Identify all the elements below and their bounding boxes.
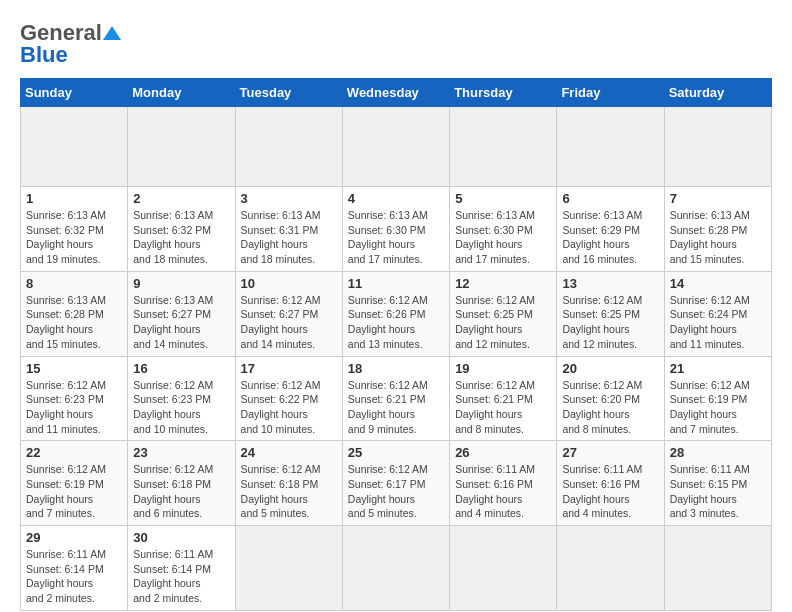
day-number: 29 [26, 530, 122, 545]
day-number: 28 [670, 445, 766, 460]
column-header-thursday: Thursday [450, 79, 557, 107]
calendar-cell: 22 Sunrise: 6:12 AM Sunset: 6:19 PM Dayl… [21, 441, 128, 526]
day-info: Sunrise: 6:13 AM Sunset: 6:30 PM Dayligh… [348, 209, 428, 265]
day-number: 3 [241, 191, 337, 206]
day-number: 19 [455, 361, 551, 376]
day-number: 6 [562, 191, 658, 206]
calendar-cell: 24 Sunrise: 6:12 AM Sunset: 6:18 PM Dayl… [235, 441, 342, 526]
day-info: Sunrise: 6:12 AM Sunset: 6:25 PM Dayligh… [455, 294, 535, 350]
column-header-friday: Friday [557, 79, 664, 107]
calendar-cell [235, 526, 342, 611]
day-info: Sunrise: 6:13 AM Sunset: 6:32 PM Dayligh… [133, 209, 213, 265]
column-header-saturday: Saturday [664, 79, 771, 107]
day-number: 11 [348, 276, 444, 291]
calendar-cell: 23 Sunrise: 6:12 AM Sunset: 6:18 PM Dayl… [128, 441, 235, 526]
day-number: 1 [26, 191, 122, 206]
calendar-week-4: 22 Sunrise: 6:12 AM Sunset: 6:19 PM Dayl… [21, 441, 772, 526]
day-info: Sunrise: 6:12 AM Sunset: 6:21 PM Dayligh… [348, 379, 428, 435]
logo-blue-text: Blue [20, 42, 68, 68]
logo-icon [103, 24, 121, 42]
calendar-cell [557, 107, 664, 187]
calendar-cell [235, 107, 342, 187]
calendar-week-2: 8 Sunrise: 6:13 AM Sunset: 6:28 PM Dayli… [21, 271, 772, 356]
calendar-cell: 20 Sunrise: 6:12 AM Sunset: 6:20 PM Dayl… [557, 356, 664, 441]
day-info: Sunrise: 6:13 AM Sunset: 6:28 PM Dayligh… [26, 294, 106, 350]
day-info: Sunrise: 6:12 AM Sunset: 6:21 PM Dayligh… [455, 379, 535, 435]
calendar-week-3: 15 Sunrise: 6:12 AM Sunset: 6:23 PM Dayl… [21, 356, 772, 441]
calendar-cell: 1 Sunrise: 6:13 AM Sunset: 6:32 PM Dayli… [21, 187, 128, 272]
day-info: Sunrise: 6:11 AM Sunset: 6:15 PM Dayligh… [670, 463, 750, 519]
day-number: 5 [455, 191, 551, 206]
calendar-cell: 8 Sunrise: 6:13 AM Sunset: 6:28 PM Dayli… [21, 271, 128, 356]
calendar-cell: 25 Sunrise: 6:12 AM Sunset: 6:17 PM Dayl… [342, 441, 449, 526]
calendar-cell: 12 Sunrise: 6:12 AM Sunset: 6:25 PM Dayl… [450, 271, 557, 356]
calendar-cell: 14 Sunrise: 6:12 AM Sunset: 6:24 PM Dayl… [664, 271, 771, 356]
calendar-cell [21, 107, 128, 187]
calendar-cell: 11 Sunrise: 6:12 AM Sunset: 6:26 PM Dayl… [342, 271, 449, 356]
day-number: 26 [455, 445, 551, 460]
day-number: 30 [133, 530, 229, 545]
day-info: Sunrise: 6:12 AM Sunset: 6:23 PM Dayligh… [133, 379, 213, 435]
calendar-week-5: 29 Sunrise: 6:11 AM Sunset: 6:14 PM Dayl… [21, 526, 772, 611]
day-info: Sunrise: 6:13 AM Sunset: 6:29 PM Dayligh… [562, 209, 642, 265]
day-number: 13 [562, 276, 658, 291]
day-number: 14 [670, 276, 766, 291]
calendar-cell: 9 Sunrise: 6:13 AM Sunset: 6:27 PM Dayli… [128, 271, 235, 356]
day-info: Sunrise: 6:12 AM Sunset: 6:26 PM Dayligh… [348, 294, 428, 350]
calendar-cell: 30 Sunrise: 6:11 AM Sunset: 6:14 PM Dayl… [128, 526, 235, 611]
calendar-cell: 21 Sunrise: 6:12 AM Sunset: 6:19 PM Dayl… [664, 356, 771, 441]
calendar-header-row: SundayMondayTuesdayWednesdayThursdayFrid… [21, 79, 772, 107]
day-info: Sunrise: 6:12 AM Sunset: 6:24 PM Dayligh… [670, 294, 750, 350]
calendar-cell: 18 Sunrise: 6:12 AM Sunset: 6:21 PM Dayl… [342, 356, 449, 441]
calendar-cell: 13 Sunrise: 6:12 AM Sunset: 6:25 PM Dayl… [557, 271, 664, 356]
day-number: 16 [133, 361, 229, 376]
calendar-cell: 27 Sunrise: 6:11 AM Sunset: 6:16 PM Dayl… [557, 441, 664, 526]
calendar-cell [342, 107, 449, 187]
day-number: 23 [133, 445, 229, 460]
day-info: Sunrise: 6:12 AM Sunset: 6:20 PM Dayligh… [562, 379, 642, 435]
column-header-sunday: Sunday [21, 79, 128, 107]
day-number: 22 [26, 445, 122, 460]
day-info: Sunrise: 6:12 AM Sunset: 6:18 PM Dayligh… [241, 463, 321, 519]
column-header-monday: Monday [128, 79, 235, 107]
calendar-cell: 7 Sunrise: 6:13 AM Sunset: 6:28 PM Dayli… [664, 187, 771, 272]
day-number: 8 [26, 276, 122, 291]
day-info: Sunrise: 6:12 AM Sunset: 6:23 PM Dayligh… [26, 379, 106, 435]
day-number: 24 [241, 445, 337, 460]
calendar-cell [450, 526, 557, 611]
page-header: General Blue [20, 20, 772, 68]
calendar-cell: 17 Sunrise: 6:12 AM Sunset: 6:22 PM Dayl… [235, 356, 342, 441]
calendar-cell: 15 Sunrise: 6:12 AM Sunset: 6:23 PM Dayl… [21, 356, 128, 441]
column-header-tuesday: Tuesday [235, 79, 342, 107]
day-number: 27 [562, 445, 658, 460]
day-number: 25 [348, 445, 444, 460]
calendar-cell: 6 Sunrise: 6:13 AM Sunset: 6:29 PM Dayli… [557, 187, 664, 272]
day-number: 12 [455, 276, 551, 291]
calendar-cell: 16 Sunrise: 6:12 AM Sunset: 6:23 PM Dayl… [128, 356, 235, 441]
column-header-wednesday: Wednesday [342, 79, 449, 107]
calendar-week-0 [21, 107, 772, 187]
calendar-cell: 3 Sunrise: 6:13 AM Sunset: 6:31 PM Dayli… [235, 187, 342, 272]
day-info: Sunrise: 6:13 AM Sunset: 6:30 PM Dayligh… [455, 209, 535, 265]
calendar-cell: 5 Sunrise: 6:13 AM Sunset: 6:30 PM Dayli… [450, 187, 557, 272]
day-info: Sunrise: 6:12 AM Sunset: 6:25 PM Dayligh… [562, 294, 642, 350]
calendar-cell [557, 526, 664, 611]
calendar-cell: 26 Sunrise: 6:11 AM Sunset: 6:16 PM Dayl… [450, 441, 557, 526]
logo: General Blue [20, 20, 122, 68]
day-info: Sunrise: 6:11 AM Sunset: 6:14 PM Dayligh… [133, 548, 213, 604]
day-info: Sunrise: 6:12 AM Sunset: 6:27 PM Dayligh… [241, 294, 321, 350]
day-info: Sunrise: 6:12 AM Sunset: 6:19 PM Dayligh… [670, 379, 750, 435]
calendar-cell: 4 Sunrise: 6:13 AM Sunset: 6:30 PM Dayli… [342, 187, 449, 272]
calendar-cell [664, 526, 771, 611]
calendar-cell [128, 107, 235, 187]
calendar-cell: 19 Sunrise: 6:12 AM Sunset: 6:21 PM Dayl… [450, 356, 557, 441]
day-number: 20 [562, 361, 658, 376]
day-number: 17 [241, 361, 337, 376]
calendar-table: SundayMondayTuesdayWednesdayThursdayFrid… [20, 78, 772, 611]
day-info: Sunrise: 6:12 AM Sunset: 6:19 PM Dayligh… [26, 463, 106, 519]
day-number: 4 [348, 191, 444, 206]
day-info: Sunrise: 6:11 AM Sunset: 6:16 PM Dayligh… [562, 463, 642, 519]
day-number: 2 [133, 191, 229, 206]
calendar-cell: 28 Sunrise: 6:11 AM Sunset: 6:15 PM Dayl… [664, 441, 771, 526]
day-number: 15 [26, 361, 122, 376]
